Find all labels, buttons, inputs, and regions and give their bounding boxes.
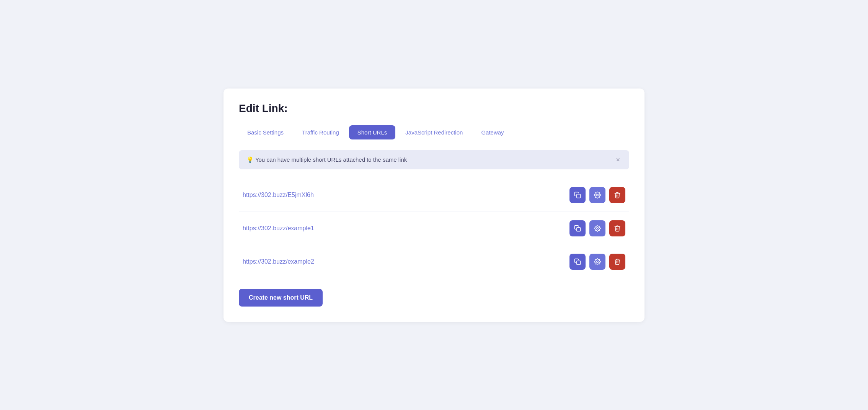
url-link-2[interactable]: https://302.buzz/example1	[243, 225, 314, 232]
info-banner-message: 💡 You can have multiple short URLs attac…	[246, 156, 407, 163]
trash-icon	[614, 192, 621, 198]
tab-gateway[interactable]: Gateway	[473, 125, 512, 139]
settings-button-2[interactable]	[589, 220, 605, 236]
settings-button-3[interactable]	[589, 254, 605, 270]
delete-button-1[interactable]	[609, 187, 625, 203]
tab-traffic-routing[interactable]: Traffic Routing	[294, 125, 348, 139]
gear-icon	[594, 192, 601, 198]
copy-button-3[interactable]	[569, 254, 586, 270]
svg-point-5	[597, 261, 599, 262]
svg-rect-4	[577, 261, 581, 264]
tab-short-urls[interactable]: Short URLs	[349, 125, 396, 139]
svg-point-1	[597, 194, 599, 196]
svg-rect-0	[577, 194, 581, 198]
tab-basic-settings[interactable]: Basic Settings	[239, 125, 292, 139]
url-list: https://302.buzz/E5jmXl6h	[239, 179, 629, 278]
trash-icon	[614, 225, 621, 232]
url-actions-3	[569, 254, 625, 270]
url-link-1[interactable]: https://302.buzz/E5jmXl6h	[243, 192, 314, 198]
table-row: https://302.buzz/example1	[239, 212, 629, 245]
delete-button-3[interactable]	[609, 254, 625, 270]
svg-point-3	[597, 227, 599, 229]
delete-button-2[interactable]	[609, 220, 625, 236]
url-actions-2	[569, 220, 625, 236]
edit-link-card: Edit Link: Basic Settings Traffic Routin…	[224, 89, 644, 322]
svg-rect-2	[577, 227, 581, 231]
copy-icon	[574, 258, 581, 265]
page-title: Edit Link:	[239, 102, 629, 115]
info-banner-close-button[interactable]: ×	[614, 156, 622, 163]
info-banner-text: 💡 You can have multiple short URLs attac…	[246, 156, 407, 163]
url-actions-1	[569, 187, 625, 203]
copy-button-1[interactable]	[569, 187, 586, 203]
url-link-3[interactable]: https://302.buzz/example2	[243, 258, 314, 265]
table-row: https://302.buzz/example2	[239, 245, 629, 278]
create-new-short-url-button[interactable]: Create new short URL	[239, 289, 323, 307]
trash-icon	[614, 258, 621, 265]
settings-button-1[interactable]	[589, 187, 605, 203]
copy-icon	[574, 225, 581, 232]
gear-icon	[594, 225, 601, 232]
gear-icon	[594, 258, 601, 265]
tab-js-redirection[interactable]: JavaScript Redirection	[397, 125, 471, 139]
copy-icon	[574, 192, 581, 198]
info-banner: 💡 You can have multiple short URLs attac…	[239, 150, 629, 169]
table-row: https://302.buzz/E5jmXl6h	[239, 179, 629, 212]
tab-bar: Basic Settings Traffic Routing Short URL…	[239, 125, 629, 139]
copy-button-2[interactable]	[569, 220, 586, 236]
